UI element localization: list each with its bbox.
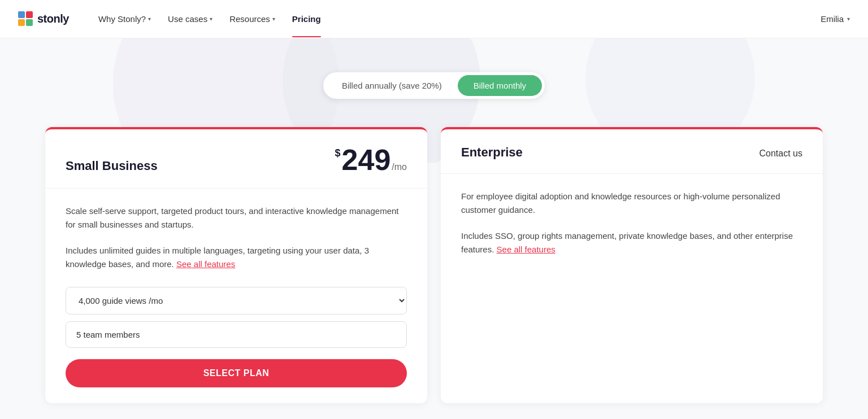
enterprise-plan-name: Enterprise — [461, 145, 523, 160]
svg-rect-0 — [18, 11, 25, 18]
billing-annually-option[interactable]: Billed annually (save 20%) — [326, 75, 458, 96]
small-business-card: Small Business $ 249 /mo Scale self-serv… — [45, 127, 427, 403]
small-business-plan-name: Small Business — [66, 159, 158, 173]
billing-toggle-wrapper: Billed annually (save 20%) Billed monthl… — [0, 38, 868, 127]
svg-rect-2 — [18, 19, 25, 26]
small-business-body: Scale self-serve support, targeted produ… — [45, 189, 427, 403]
enterprise-card: Enterprise Contact us For employee digit… — [441, 127, 823, 403]
navigation: stonly Why Stonly? ▾ Use cases ▾ Resourc… — [0, 0, 868, 38]
contact-us-label: Contact us — [760, 149, 802, 159]
pricing-section: Small Business $ 249 /mo Scale self-serv… — [0, 127, 868, 403]
logo-text: stonly — [37, 12, 69, 25]
guide-views-select[interactable]: 4,000 guide views /mo8,000 guide views /… — [66, 287, 407, 315]
enterprise-description-2: Includes SSO, group rights management, p… — [461, 229, 802, 256]
nav-pricing[interactable]: Pricing — [285, 10, 328, 28]
price-dollar: $ — [335, 147, 341, 159]
small-business-features: Includes unlimited guides in multiple la… — [66, 244, 407, 271]
user-menu[interactable]: Emilia ▾ — [821, 14, 850, 24]
small-business-price: $ 249 /mo — [335, 145, 407, 174]
enterprise-see-all-link[interactable]: See all features — [497, 245, 555, 254]
enterprise-header: Enterprise Contact us — [441, 129, 823, 174]
svg-rect-3 — [26, 19, 33, 26]
small-business-header: Small Business $ 249 /mo — [45, 129, 427, 189]
small-business-see-all-link[interactable]: See all features — [176, 259, 235, 269]
billing-monthly-option[interactable]: Billed monthly — [458, 75, 542, 96]
chevron-down-icon: ▾ — [847, 16, 850, 22]
nav-resources[interactable]: Resources ▾ — [223, 10, 282, 28]
chevron-down-icon: ▾ — [272, 16, 275, 22]
chevron-down-icon: ▾ — [210, 16, 212, 22]
small-business-description: Scale self-serve support, targeted produ… — [66, 204, 407, 232]
price-period: /mo — [392, 162, 407, 172]
nav-why-stonly[interactable]: Why Stonly? ▾ — [92, 10, 158, 28]
billing-toggle: Billed annually (save 20%) Billed monthl… — [323, 72, 545, 99]
svg-rect-1 — [26, 11, 33, 18]
chevron-down-icon: ▾ — [148, 16, 151, 22]
nav-links: Why Stonly? ▾ Use cases ▾ Resources ▾ Pr… — [92, 10, 821, 28]
enterprise-description-1: For employee digital adoption and knowle… — [461, 190, 802, 217]
logo[interactable]: stonly — [18, 11, 69, 27]
nav-use-cases[interactable]: Use cases ▾ — [161, 10, 219, 28]
enterprise-body: For employee digital adoption and knowle… — [441, 174, 823, 272]
select-plan-button[interactable]: SELECT PLAN — [66, 359, 407, 387]
price-amount: 249 — [342, 145, 391, 174]
team-members-field: 5 team members — [66, 321, 407, 348]
